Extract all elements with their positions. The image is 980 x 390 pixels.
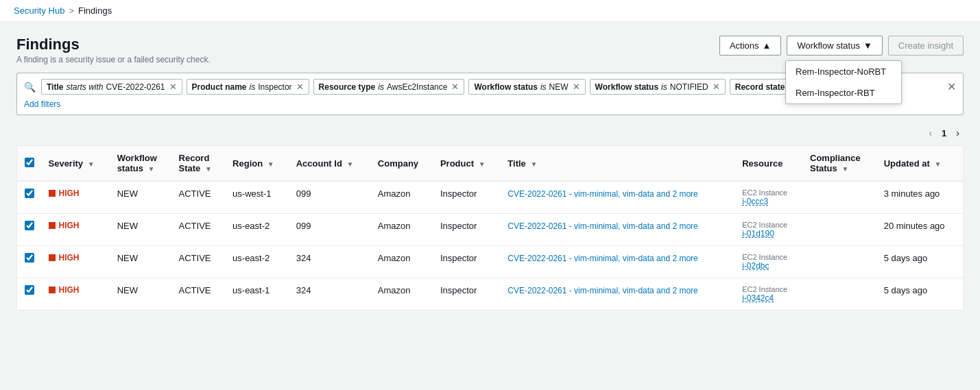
table-row[interactable]: HIGH NEW ACTIVE us-east-1 324 Amazon Ins… [17, 278, 964, 310]
row-1-checkbox[interactable] [25, 221, 34, 230]
row-2-region: us-east-2 [226, 246, 289, 278]
compliance-sort-icon[interactable]: ▼ [841, 165, 848, 173]
row-0-region: us-west-1 [226, 181, 289, 214]
filter-chip-1: Product name is Inspector ✕ [187, 79, 309, 95]
workflow-status-down-icon: ▼ [863, 40, 872, 51]
col-title: Title ▼ [501, 146, 735, 182]
row-2-title-link[interactable]: CVE-2022-0261 - vim-minimal, vim-data an… [507, 254, 697, 263]
row-0-title-link[interactable]: CVE-2022-0261 - vim-minimal, vim-data an… [507, 189, 697, 199]
breadcrumb-current: Findings [78, 5, 112, 16]
col-record-state: RecordState ▼ [172, 146, 226, 182]
row-0-compliance-status [803, 181, 877, 214]
row-1-severity: HIGH [42, 214, 110, 246]
workflow-status-label: Workflow status [797, 40, 860, 51]
updated-at-sort-icon[interactable]: ▼ [934, 160, 941, 168]
row-0-title[interactable]: CVE-2022-0261 - vim-minimal, vim-data an… [501, 181, 735, 214]
row-3-resource-id[interactable]: i-0342c4 [742, 293, 796, 303]
findings-table: Severity ▼ Workflowstatus ▼ RecordState … [16, 145, 964, 310]
row-0-updated-at: 3 minutes ago [877, 181, 964, 214]
add-filters-link[interactable]: Add filters [24, 97, 60, 111]
row-0-resource-id[interactable]: i-0ccc3 [742, 197, 796, 206]
dropdown-item-2[interactable]: Rem-Inspector-RBT [786, 82, 901, 103]
row-1-title-link[interactable]: CVE-2022-0261 - vim-minimal, vim-data an… [507, 221, 697, 231]
page-number: 1 [942, 128, 946, 138]
row-3-company: Amazon [371, 278, 433, 310]
pagination-row: ‹ 1 › [16, 126, 964, 140]
row-2-resource-id[interactable]: i-02dbc [742, 261, 796, 271]
workflow-status-sort-icon[interactable]: ▼ [148, 165, 155, 173]
filter-chip-1-close[interactable]: ✕ [296, 82, 304, 92]
actions-up-icon: ▲ [763, 40, 772, 51]
row-0-checkbox[interactable] [25, 188, 34, 198]
row-3-title[interactable]: CVE-2022-0261 - vim-minimal, vim-data an… [501, 278, 735, 310]
row-0-select[interactable] [17, 181, 42, 214]
row-2-updated-at: 5 days ago [877, 246, 964, 278]
filter-chip-4: Workflow status is NOTIFIED ✕ [590, 79, 726, 95]
severity-high-icon [49, 287, 56, 293]
row-1-account-id: 099 [289, 214, 371, 246]
select-all-checkbox[interactable] [25, 158, 34, 167]
row-1-resource-id[interactable]: i-01d190 [742, 229, 796, 239]
row-1-compliance-status [803, 214, 877, 246]
table-row[interactable]: HIGH NEW ACTIVE us-west-1 099 Amazon Ins… [17, 181, 964, 214]
title-sort-icon[interactable]: ▼ [530, 160, 537, 168]
filter-chip-3-close[interactable]: ✕ [573, 82, 580, 92]
create-insight-label: Create insight [898, 40, 953, 51]
row-3-resource: EC2 Instance i-0342c4 [735, 278, 803, 310]
create-insight-button[interactable]: Create insight [888, 36, 964, 56]
row-1-company: Amazon [371, 214, 433, 246]
account-id-sort-icon[interactable]: ▼ [346, 160, 353, 168]
table-row[interactable]: HIGH NEW ACTIVE us-east-2 324 Amazon Ins… [17, 246, 964, 278]
row-2-account-id: 324 [289, 246, 371, 278]
row-0-company: Amazon [371, 181, 433, 214]
table-row[interactable]: HIGH NEW ACTIVE us-east-2 099 Amazon Ins… [17, 214, 964, 246]
product-sort-icon[interactable]: ▼ [479, 160, 486, 168]
clear-all-filters-button[interactable]: ✕ [947, 80, 956, 93]
severity-high-icon [49, 254, 56, 261]
row-1-title[interactable]: CVE-2022-0261 - vim-minimal, vim-data an… [501, 214, 735, 246]
row-3-severity: HIGH [42, 278, 110, 310]
row-1-region: us-east-2 [226, 214, 289, 246]
col-region: Region ▼ [226, 146, 289, 182]
col-company: Company [371, 146, 433, 182]
dropdown-item-1[interactable]: Rem-Inspector-NoRBT [786, 61, 901, 82]
row-3-product: Inspector [433, 278, 501, 310]
severity-sort-icon[interactable]: ▼ [88, 160, 95, 168]
region-sort-icon[interactable]: ▼ [267, 160, 274, 168]
col-account-id: Account Id ▼ [289, 146, 371, 182]
row-2-checkbox[interactable] [25, 253, 34, 263]
filter-chip-4-close[interactable]: ✕ [713, 82, 720, 92]
breadcrumb-security-hub[interactable]: Security Hub [14, 5, 64, 16]
row-3-checkbox[interactable] [25, 285, 34, 295]
row-3-title-link[interactable]: CVE-2022-0261 - vim-minimal, vim-data an… [507, 286, 697, 295]
actions-button[interactable]: Actions ▲ [719, 36, 782, 56]
row-3-select[interactable] [17, 278, 42, 310]
row-1-product: Inspector [433, 214, 501, 246]
record-state-sort-icon[interactable]: ▼ [205, 165, 212, 173]
row-0-product: Inspector [433, 181, 501, 214]
page-subtitle: A finding is a security issue or a faile… [16, 55, 211, 64]
prev-page-button[interactable]: ‹ [924, 126, 936, 140]
row-2-select[interactable] [17, 246, 42, 278]
row-2-title[interactable]: CVE-2022-0261 - vim-minimal, vim-data an… [501, 246, 735, 278]
filter-chip-0-close[interactable]: ✕ [169, 82, 177, 92]
row-2-product: Inspector [433, 246, 501, 278]
workflow-status-button[interactable]: Workflow status ▼ [787, 36, 882, 56]
next-page-button[interactable]: › [952, 126, 964, 140]
col-workflow-status: Workflowstatus ▼ [110, 146, 172, 182]
workflow-status-dropdown: Rem-Inspector-NoRBT Rem-Inspector-RBT [785, 60, 902, 104]
row-0-severity: HIGH [42, 181, 110, 214]
row-2-record-state: ACTIVE [172, 246, 226, 278]
filter-chip-2-close[interactable]: ✕ [451, 82, 459, 92]
row-1-record-state: ACTIVE [172, 214, 226, 246]
filter-chip-2: Resource type is AwsEc2Instance ✕ [313, 79, 465, 95]
row-1-resource: EC2 Instance i-01d190 [735, 214, 803, 246]
row-3-account-id: 324 [289, 278, 371, 310]
filter-chip-0: Title starts with CVE-2022-0261 ✕ [41, 79, 182, 95]
page-title: Findings [16, 36, 211, 53]
col-compliance-status: ComplianceStatus ▼ [803, 146, 877, 182]
row-3-workflow-status: NEW [110, 278, 172, 310]
row-1-workflow-status: NEW [110, 214, 172, 246]
row-0-account-id: 099 [289, 181, 371, 214]
row-1-select[interactable] [17, 214, 42, 246]
